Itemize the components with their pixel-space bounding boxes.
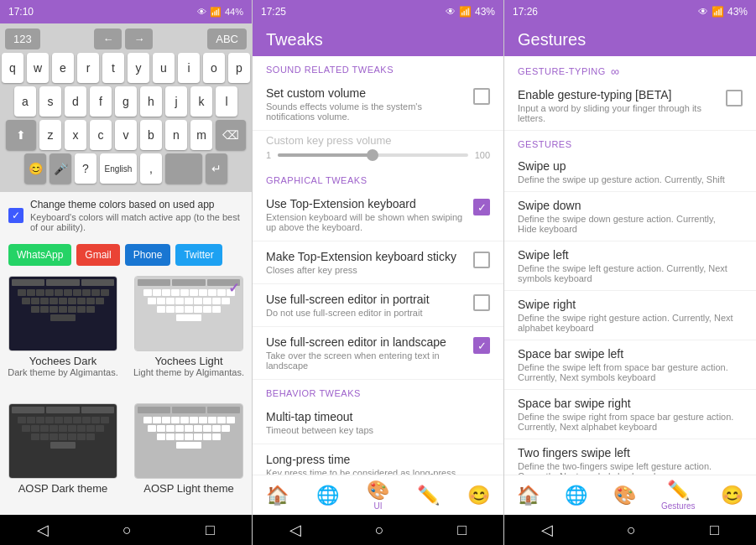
tweaks-nav-globe[interactable]: 🌐 [316, 485, 339, 506]
key-v[interactable]: v [115, 120, 137, 150]
slider-thumb[interactable] [367, 149, 378, 161]
set-custom-volume-checkbox[interactable] [473, 88, 490, 105]
space-swipe-left-item[interactable]: Space bar swipe left Define the swipe le… [504, 340, 756, 390]
key-f[interactable]: f [90, 86, 112, 117]
gestures-battery: 43% [727, 6, 748, 18]
key-x[interactable]: x [65, 120, 86, 150]
key-s[interactable]: s [39, 86, 61, 117]
tweaks-header: 17:25 👁 📶 43% Tweaks [253, 0, 503, 56]
gmail-button[interactable]: Gmail [76, 244, 119, 266]
num-button[interactable]: 123 [5, 29, 40, 49]
swipe-left-item[interactable]: Swipe left Define the swipe left gesture… [504, 241, 756, 291]
tweaks-nav-gesture[interactable]: ✏️ [417, 485, 440, 506]
top-extension-checkbox[interactable]: ✓ [473, 199, 490, 215]
swipe-up-item[interactable]: Swipe up Define the swipe up gesture act… [504, 153, 756, 192]
volume-slider-bar[interactable] [278, 153, 468, 157]
key-m[interactable]: m [190, 120, 212, 150]
theme-yochees-dark[interactable]: Yochees Dark Dark theme by Algimantas. [0, 271, 126, 398]
tweaks-nav-ui[interactable]: 🎨 UI [367, 480, 389, 511]
forward-arrow-button[interactable]: → [125, 29, 153, 49]
swipe-down-item[interactable]: Swipe down Define the swipe down gesture… [504, 192, 756, 241]
key-j[interactable]: j [165, 86, 187, 117]
key-o[interactable]: o [203, 53, 225, 83]
tweaks-home-button[interactable]: ○ [375, 522, 384, 539]
phone-button[interactable]: Phone [125, 244, 171, 266]
gestures-status-icons: 👁 📶 43% [698, 6, 748, 18]
key-g[interactable]: g [115, 86, 137, 117]
enter-key[interactable]: ↵ [206, 153, 227, 184]
recents-nav-button[interactable]: □ [206, 522, 215, 539]
multitap-timeout-item[interactable]: Multi-tap timeout Timeout between key ta… [253, 402, 503, 444]
theme-aosp-light-name: AOSP Light theme [143, 482, 233, 495]
gestures-time: 17:26 [513, 6, 538, 18]
theme-aosp-dark[interactable]: AOSP Dark theme [0, 398, 126, 516]
gestures-nav-ui[interactable]: 🎨 [613, 485, 636, 506]
longpress-time-item[interactable]: Long-press time Key press time to be con… [253, 444, 503, 475]
tweaks-back-button[interactable]: ◁ [289, 521, 301, 539]
key-i[interactable]: i [178, 53, 200, 83]
gestures-home-button[interactable]: ○ [627, 522, 636, 539]
theme-aosp-light[interactable]: AOSP Light theme [126, 398, 252, 516]
key-l[interactable]: l [216, 86, 237, 117]
space-key[interactable] [165, 153, 202, 184]
gestures-nav-active[interactable]: ✏️ Gestures [661, 480, 696, 511]
key-q[interactable]: q [2, 53, 23, 83]
gestures-eye-icon: 👁 [698, 6, 708, 18]
key-r[interactable]: r [77, 53, 99, 83]
shift-key[interactable]: ⬆ [6, 120, 36, 150]
enable-gesture-typing-checkbox[interactable] [726, 90, 743, 106]
key-c[interactable]: c [90, 120, 112, 150]
twitter-button[interactable]: Twitter [175, 244, 222, 266]
whatsapp-button[interactable]: WhatsApp [8, 244, 71, 266]
theme-yochees-dark-desc: Dark theme by Algimantas. [8, 367, 117, 377]
swipe-left-title: Swipe left [518, 248, 736, 262]
key-h[interactable]: h [140, 86, 162, 117]
gestures-nav-home[interactable]: 🏠 [517, 485, 540, 506]
theme-yochees-light[interactable]: ✓ Yochees Light Light theme by Algimanta… [126, 271, 252, 398]
question-key[interactable]: ? [75, 153, 96, 184]
swipe-right-item[interactable]: Swipe right Define the swipe right gestu… [504, 291, 756, 340]
abc-button[interactable]: ABC [207, 29, 247, 49]
home-nav-button[interactable]: ○ [123, 522, 132, 539]
gestures-recents-button[interactable]: □ [710, 522, 719, 539]
top-extension-title: Use Top-Extension keyboard [266, 197, 467, 210]
key-u[interactable]: u [153, 53, 175, 83]
key-n[interactable]: n [165, 120, 187, 150]
backspace-key[interactable]: ⌫ [216, 120, 246, 150]
emoji-key[interactable]: 😊 [24, 153, 46, 184]
tweaks-status-bar: 17:25 👁 📶 43% [253, 0, 503, 23]
tweaks-wifi-icon: 📶 [459, 6, 472, 18]
tweaks-recents-button[interactable]: □ [457, 522, 467, 539]
key-z[interactable]: z [39, 120, 61, 150]
gestures-back-button[interactable]: ◁ [541, 521, 553, 539]
fullscreen-landscape-checkbox[interactable]: ✓ [473, 337, 490, 354]
gestures-nav-globe[interactable]: 🌐 [565, 485, 587, 506]
gestures-header: 17:26 👁 📶 43% Gestures [504, 0, 756, 56]
key-w[interactable]: w [27, 53, 49, 83]
key-p[interactable]: p [228, 53, 250, 83]
english-key[interactable]: English [100, 153, 137, 184]
key-k[interactable]: k [190, 86, 212, 117]
gestures-nav-emoji[interactable]: 😊 [721, 485, 743, 506]
key-b[interactable]: b [140, 120, 162, 150]
theme-toggle-checkbox[interactable]: ✓ [8, 208, 23, 223]
tweaks-nav-home[interactable]: 🏠 [266, 485, 289, 506]
comma-key[interactable]: , [140, 153, 162, 184]
key-t[interactable]: t [102, 53, 124, 83]
space-swipe-right-item[interactable]: Space bar swipe right Define the swipe r… [504, 390, 756, 439]
back-nav-button[interactable]: ◁ [37, 521, 49, 539]
back-arrow-button[interactable]: ← [94, 29, 122, 49]
two-fingers-left-item[interactable]: Two fingers swipe left Define the two-fi… [504, 439, 756, 475]
fullscreen-portrait-checkbox[interactable] [473, 294, 490, 311]
volume-slider-track: 1 100 [266, 150, 490, 160]
tweaks-content: SOUND RELATED TWEAKS Set custom volume S… [253, 56, 503, 475]
key-y[interactable]: y [128, 53, 149, 83]
key-d[interactable]: d [65, 86, 86, 117]
multitap-timeout-title: Multi-tap timeout [266, 410, 483, 423]
sticky-extension-checkbox[interactable] [473, 252, 490, 268]
key-a[interactable]: a [14, 86, 36, 117]
tweaks-nav-emoji[interactable]: 😊 [467, 485, 490, 506]
top-extension-desc: Extension keyboard will be shown when sw… [266, 212, 467, 232]
key-e[interactable]: e [52, 53, 74, 83]
mic-key[interactable]: 🎤 [50, 153, 71, 184]
